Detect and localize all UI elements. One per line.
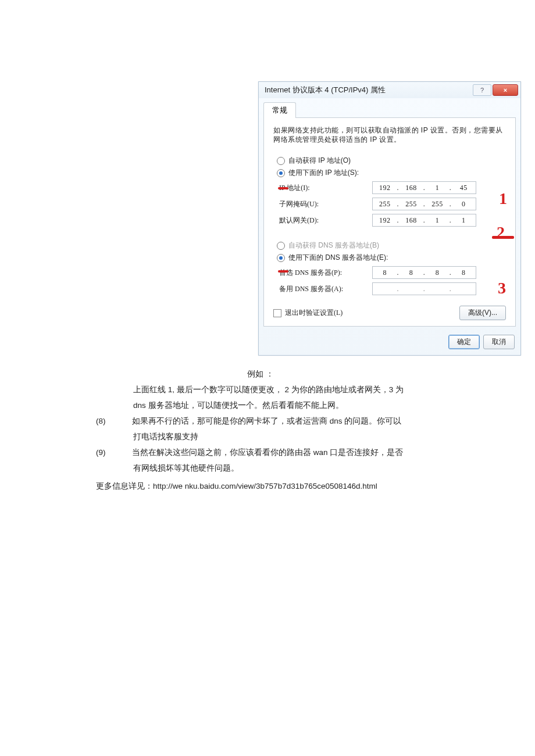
octet: 8 [405, 268, 417, 277]
advanced-button[interactable]: 高级(V)... [459, 306, 506, 320]
octet: 45 [458, 184, 469, 192]
octet: 8 [379, 268, 391, 277]
radio-manual-ip[interactable]: 使用下面的 IP 地址(S): [277, 168, 506, 178]
body-line: dns 服务器地址，可以随便找一个。然后看看能不能上网。 [96, 397, 468, 413]
dot-icon: . [396, 184, 400, 192]
document-text: 例如 ： 上面红线 1, 最后一个数字可以随便更改， 2 为你的路由地址或者网关… [96, 366, 468, 494]
field-label: 子网掩码(U): [279, 199, 372, 209]
dot-icon: . [422, 216, 426, 225]
octet: 1 [458, 216, 469, 225]
example-prefix: 例如 ： [96, 366, 468, 382]
octet: 168 [405, 184, 417, 192]
octet: 1 [431, 184, 443, 192]
titlebar: Internet 协议版本 4 (TCP/IPv4) 属性 ? × [259, 82, 520, 98]
alternate-dns-input[interactable]: . . . [372, 282, 476, 295]
properties-dialog: Internet 协议版本 4 (TCP/IPv4) 属性 ? × 常规 如果网… [258, 81, 521, 356]
octet: 255 [405, 200, 417, 209]
dot-icon: . [449, 216, 452, 225]
tab-general[interactable]: 常规 [263, 102, 296, 118]
more-info-line: 更多信息详见：http://we nku.baidu.com/view/3b75… [96, 478, 468, 494]
field-default-gateway: 默认网关(D): 192. 168. 1. 1 [279, 214, 506, 227]
body-line: 有网线损坏等其他硬件问题。 [96, 460, 468, 476]
default-gateway-input[interactable]: 192. 168. 1. 1 [372, 214, 476, 227]
ip-address-input[interactable]: 192. 168. 1. 45 [372, 181, 476, 194]
octet: 255 [379, 200, 391, 209]
list-number: (9) [96, 445, 132, 460]
radio-label: 使用下面的 IP 地址(S): [288, 168, 359, 178]
radio-auto-ip[interactable]: 自动获得 IP 地址(O) [277, 156, 506, 166]
list-item-8: (8) 如果再不行的话，那可能是你的网卡坏了，或者运营商 dns 的问题。你可以 [96, 413, 468, 429]
preferred-dns-input[interactable]: 8. 8. 8. 8 [372, 266, 476, 279]
radio-icon [277, 242, 285, 250]
dialog-body: 如果网络支持此功能，则可以获取自动指派的 IP 设置。否则，您需要从网络系统管理… [263, 117, 516, 327]
dot-icon: . [396, 216, 400, 225]
field-preferred-dns: 首选 DNS 服务器(P): 8. 8. 8. 8 [279, 266, 506, 279]
octet: 8 [431, 268, 443, 277]
help-button[interactable]: ? [473, 84, 491, 96]
footer-row: 退出时验证设置(L) 高级(V)... [273, 306, 506, 320]
dot-icon: . [422, 285, 426, 293]
octet: 192 [379, 216, 391, 225]
field-subnet-mask: 子网掩码(U): 255. 255. 255. 0 [279, 198, 506, 210]
field-label: IP 地址(I): [279, 183, 372, 193]
list-item-9: (9) 当然在解决这些问题之前，你应该看看你的路由器 wan 口是否连接好，是否 [96, 445, 468, 460]
radio-icon [277, 254, 285, 262]
field-ip-address: IP 地址(I): 192. 168. 1. 45 [279, 181, 506, 194]
list-number: (8) [96, 413, 132, 429]
octet: 8 [458, 268, 469, 277]
radio-label: 使用下面的 DNS 服务器地址(E): [288, 253, 388, 263]
validate-label: 退出时验证设置(L) [285, 308, 456, 318]
field-label: 首选 DNS 服务器(P): [279, 268, 372, 278]
field-alternate-dns: 备用 DNS 服务器(A): . . . [279, 282, 506, 295]
radio-icon [277, 169, 285, 177]
field-label: 默认网关(D): [279, 216, 372, 225]
page-root: Internet 协议版本 4 (TCP/IPv4) 属性 ? × 常规 如果网… [0, 0, 535, 756]
dot-icon: . [449, 200, 452, 209]
body-line: 打电话找客服支持 [96, 429, 468, 445]
dot-icon: . [449, 268, 452, 277]
dot-icon: . [422, 184, 426, 192]
field-label: 备用 DNS 服务器(A): [279, 284, 372, 294]
octet: 0 [458, 200, 469, 209]
button-bar: 确定 取消 [259, 331, 520, 355]
dot-icon: . [396, 285, 400, 293]
validate-checkbox[interactable] [273, 309, 281, 317]
radio-manual-dns[interactable]: 使用下面的 DNS 服务器地址(E): [277, 253, 506, 263]
octet: 1 [431, 216, 443, 225]
radio-label: 自动获得 IP 地址(O) [288, 156, 351, 166]
cancel-button[interactable]: 取消 [483, 335, 515, 349]
octet: 168 [405, 216, 417, 225]
radio-label: 自动获得 DNS 服务器地址(B) [288, 241, 379, 250]
radio-auto-dns[interactable]: 自动获得 DNS 服务器地址(B) [277, 241, 506, 250]
dot-icon: . [449, 285, 452, 293]
list-text: 当然在解决这些问题之前，你应该看看你的路由器 wan 口是否连接好，是否 [132, 445, 468, 460]
dot-icon: . [422, 200, 426, 209]
tab-strip: 常规 [259, 98, 520, 117]
dot-icon: . [449, 184, 452, 192]
dot-icon: . [396, 268, 400, 277]
close-button[interactable]: × [493, 84, 518, 96]
octet: 192 [379, 184, 391, 192]
list-text: 如果再不行的话，那可能是你的网卡坏了，或者运营商 dns 的问题。你可以 [132, 413, 468, 429]
dot-icon: . [396, 200, 400, 209]
body-line: 上面红线 1, 最后一个数字可以随便更改， 2 为你的路由地址或者网关，3 为 [96, 382, 468, 397]
dot-icon: . [422, 268, 426, 277]
dialog-description: 如果网络支持此功能，则可以获取自动指派的 IP 设置。否则，您需要从网络系统管理… [273, 126, 506, 144]
ok-button[interactable]: 确定 [448, 335, 480, 349]
subnet-mask-input[interactable]: 255. 255. 255. 0 [372, 198, 476, 210]
titlebar-title: Internet 协议版本 4 (TCP/IPv4) 属性 [265, 85, 472, 95]
octet: 255 [431, 200, 443, 209]
radio-icon [277, 157, 285, 165]
